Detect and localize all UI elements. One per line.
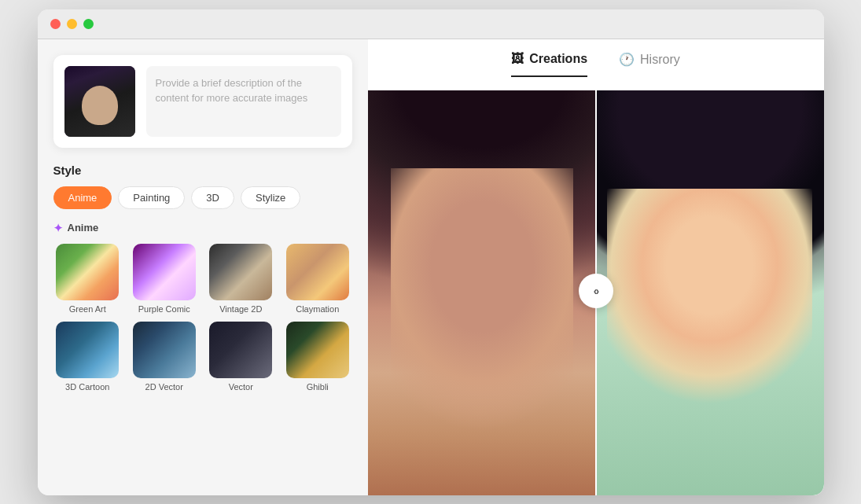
style-name-claymation: Claymation [296,304,339,314]
left-panel: Provide a brief description of the conte… [38,39,368,495]
comparison-container: ‹› [368,86,824,495]
content-area: Provide a brief description of the conte… [38,39,824,495]
tabs-bar: 🖼 Creations 🕐 Hisrory [368,39,824,90]
star-icon: ✦ [53,222,63,234]
thumb-ghibli [286,322,349,378]
anime-hair [596,86,824,332]
thumb-2d-vector [133,322,196,378]
style-label: Style [53,164,352,177]
tab-history-label: Hisrory [640,53,680,67]
style-name-ghibli: Ghibli [307,382,329,392]
sub-label-text: Anime [68,222,99,234]
creations-icon: 🖼 [511,52,524,66]
arrows-icon: ‹› [594,285,598,297]
description-box[interactable]: Provide a brief description of the conte… [146,66,341,137]
upload-section: Provide a brief description of the conte… [53,55,352,148]
tab-creations-label: Creations [529,52,587,66]
thumb-purple-comic [133,244,196,300]
style-tabs: Anime Painting 3D Stylize [53,186,352,209]
titlebar [38,9,824,39]
sub-section-label: ✦ Anime [53,222,352,234]
thumb-green-art [56,244,119,300]
tab-history[interactable]: 🕐 Hisrory [619,52,680,77]
minimize-button[interactable] [67,19,77,29]
style-item-3d-cartoon[interactable]: 3D Cartoon [53,322,123,392]
thumb-vintage-2d [209,244,272,300]
thumb-claymation [286,244,349,300]
lips-accent [683,340,738,373]
style-grid: Green Art Purple Comic Vintage 2D Clayma… [53,244,352,392]
tab-3d[interactable]: 3D [191,186,234,209]
tab-stylize[interactable]: Stylize [241,186,300,209]
style-section: Style Anime Painting 3D Stylize ✦ Anime [53,164,352,392]
maximize-button[interactable] [83,19,94,29]
avatar-upload[interactable] [64,66,135,137]
right-panel: 🖼 Creations 🕐 Hisrory [368,39,824,495]
style-item-purple-comic[interactable]: Purple Comic [130,244,199,314]
style-item-ghibli[interactable]: Ghibli [283,322,352,392]
tab-painting[interactable]: Painting [118,186,185,209]
style-item-claymation[interactable]: Claymation [283,244,352,314]
style-item-green-art[interactable]: Green Art [53,244,123,314]
close-button[interactable] [50,19,61,29]
history-icon: 🕐 [619,52,635,67]
thumb-3d-cartoon [56,322,119,378]
thumb-vector [209,322,272,378]
photo-original [368,86,596,495]
style-name-3d-cartoon: 3D Cartoon [65,382,109,392]
style-name-vintage-2d: Vintage 2D [219,304,262,314]
style-name-green-art: Green Art [69,304,106,314]
style-item-vintage-2d[interactable]: Vintage 2D [207,244,276,314]
style-name-vector: Vector [229,382,253,392]
tab-anime[interactable]: Anime [53,186,112,209]
style-item-2d-vector[interactable]: 2D Vector [130,322,199,392]
tab-creations[interactable]: 🖼 Creations [511,52,587,77]
divider-handle[interactable]: ‹› [579,274,613,308]
style-name-2d-vector: 2D Vector [145,382,183,392]
style-item-vector[interactable]: Vector [207,322,276,392]
style-name-purple-comic: Purple Comic [138,304,190,314]
photo-face-left [368,86,596,495]
description-placeholder: Provide a brief description of the conte… [156,75,332,106]
photo-anime [596,86,824,495]
app-window: Provide a brief description of the conte… [38,9,824,495]
